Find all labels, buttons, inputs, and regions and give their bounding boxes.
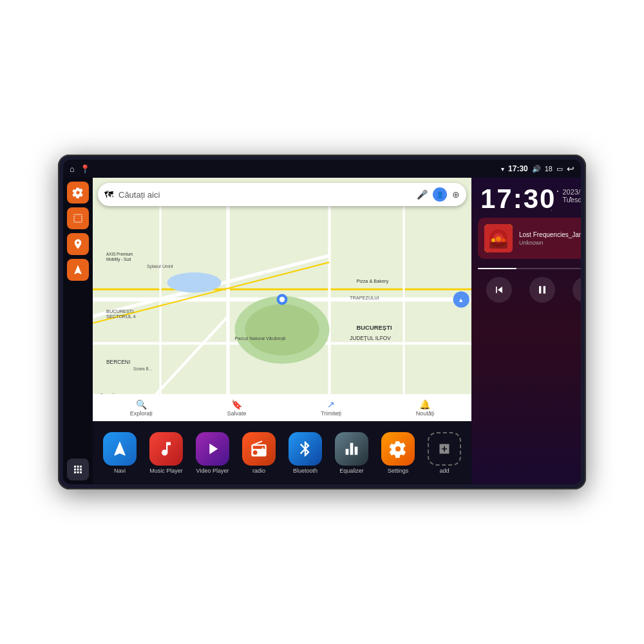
clock-time: 17:30 — [480, 185, 556, 213]
share-label: Trimiteți — [321, 410, 341, 417]
svg-text:AXIS Premium: AXIS Premium — [106, 252, 133, 256]
status-left: ⌂ 📍 — [70, 164, 90, 174]
google-maps-icon: 🗺 — [104, 189, 113, 200]
svg-text:Pizza & Bakery: Pizza & Bakery — [357, 278, 389, 284]
video-label: Video Player — [196, 468, 229, 474]
share-icon: ↗ — [327, 399, 335, 410]
clock-date-year: 2023/12/12 — [562, 188, 581, 196]
mic-icon[interactable]: 🎤 — [417, 189, 428, 200]
status-time: 17:30 — [508, 164, 528, 173]
prev-btn[interactable] — [486, 277, 512, 303]
music-title: Lost Frequencies_Janie... — [519, 231, 581, 238]
app-equalizer[interactable]: Equalizer — [331, 432, 372, 474]
app-bluetooth[interactable]: Bluetooth — [285, 432, 326, 474]
sidebar-btn-settings[interactable] — [67, 182, 89, 204]
music-progress-fill — [478, 268, 516, 269]
app-add[interactable]: add — [424, 432, 465, 474]
layers-icon[interactable]: ⊕ — [452, 189, 460, 200]
svg-text:BUCUREȘTI: BUCUREȘTI — [357, 324, 392, 331]
status-right: ▾ 17:30 🔊 18 ▭ ↩ — [501, 164, 574, 174]
map-search-bar[interactable]: 🗺 Căutați aici 🎤 👤 ⊕ — [98, 183, 466, 206]
svg-text:Splaiul Unirii: Splaiul Unirii — [147, 263, 173, 269]
explore-icon: 🔍 — [136, 399, 147, 410]
app-grid: Navi Music Player Video Player — [93, 421, 471, 484]
svg-point-30 — [279, 297, 285, 302]
map-saved-btn[interactable]: 🔖 Salvate — [227, 399, 247, 417]
map-area[interactable]: Parcul Natural Văcărești AXIS Premium Mo… — [93, 178, 471, 421]
sidebar-btn-apps[interactable] — [67, 459, 89, 480]
status-bar: ⌂ 📍 ▾ 17:30 🔊 18 ▭ ↩ — [63, 160, 581, 178]
svg-text:SECTORUL 4: SECTORUL 4 — [106, 314, 136, 319]
clock-section: 17:30 2023/12/12 Tuesday — [471, 178, 581, 218]
radio-label: radio — [252, 468, 265, 474]
bluetooth-label: Bluetooth — [293, 468, 317, 474]
maps-status-icon[interactable]: 📍 — [80, 164, 90, 174]
app-video-player[interactable]: Video Player — [192, 432, 233, 474]
music-label: Music Player — [149, 468, 183, 474]
map-explore-btn[interactable]: 🔍 Explorați — [130, 399, 153, 417]
clock-date: 2023/12/12 Tuesday — [562, 185, 581, 204]
explore-label: Explorați — [130, 410, 153, 417]
app-navi[interactable]: Navi — [99, 432, 140, 474]
map-search-placeholder[interactable]: Căutați aici — [118, 190, 412, 200]
sidebar-btn-files[interactable] — [67, 207, 89, 229]
music-info: Lost Frequencies_Janie... Unknown — [519, 231, 581, 246]
music-controls — [478, 272, 581, 308]
center-content: Parcul Natural Văcărești AXIS Premium Mo… — [93, 178, 471, 484]
bluetooth-icon — [289, 432, 322, 466]
navi-icon — [103, 432, 137, 466]
svg-text:▲: ▲ — [458, 296, 464, 303]
svg-rect-34 — [489, 242, 507, 249]
map-news-btn[interactable]: 🔔 Noutăți — [416, 399, 435, 417]
svg-point-35 — [491, 238, 495, 242]
add-icon — [428, 432, 461, 466]
right-panel: 17:30 2023/12/12 Tuesday — [471, 178, 581, 484]
left-sidebar — [63, 178, 93, 484]
settings-label: Settings — [388, 468, 409, 474]
video-icon — [196, 432, 229, 466]
home-icon[interactable]: ⌂ — [70, 164, 75, 174]
settings-icon — [381, 432, 415, 466]
now-playing: Lost Frequencies_Janie... Unknown — [478, 218, 581, 259]
pause-btn[interactable] — [529, 277, 555, 303]
car-display-device: ⌂ 📍 ▾ 17:30 🔊 18 ▭ ↩ — [58, 155, 586, 489]
saved-label: Salvate — [227, 410, 247, 417]
svg-text:Parcul Natural Văcărești: Parcul Natural Văcărești — [235, 336, 286, 341]
svg-text:Sosea B...: Sosea B... — [133, 366, 152, 371]
screen: ⌂ 📍 ▾ 17:30 🔊 18 ▭ ↩ — [63, 160, 581, 484]
volume-icon: 🔊 — [532, 165, 541, 173]
back-icon[interactable]: ↩ — [567, 164, 574, 174]
news-label: Noutăți — [416, 410, 435, 417]
svg-point-13 — [167, 272, 222, 293]
radio-icon — [242, 432, 276, 466]
add-label: add — [439, 468, 449, 474]
svg-point-12 — [245, 304, 319, 355]
battery-level: 18 — [545, 165, 553, 173]
user-avatar[interactable]: 👤 — [433, 187, 447, 202]
svg-text:BERCENI: BERCENI — [106, 359, 130, 365]
saved-icon: 🔖 — [231, 399, 242, 410]
next-btn[interactable] — [573, 277, 581, 303]
music-section: Lost Frequencies_Janie... Unknown — [471, 218, 581, 484]
news-icon: 🔔 — [419, 399, 430, 410]
equalizer-icon — [335, 432, 368, 466]
music-progress-bar[interactable] — [478, 268, 581, 269]
svg-point-37 — [502, 238, 506, 242]
app-settings[interactable]: Settings — [377, 432, 419, 474]
clock-date-day: Tuesday — [562, 196, 581, 204]
svg-point-36 — [496, 236, 501, 242]
sidebar-btn-maps[interactable] — [67, 233, 89, 255]
app-music-player[interactable]: Music Player — [146, 432, 187, 474]
svg-text:JUDEȚUL ILFOV: JUDEȚUL ILFOV — [350, 335, 391, 341]
map-bottom-nav: 🔍 Explorați 🔖 Salvate ↗ Trimiteți 🔔 — [93, 394, 471, 421]
equalizer-label: Equalizer — [339, 468, 364, 474]
sidebar-btn-nav[interactable] — [67, 259, 89, 281]
battery-icon: ▭ — [556, 165, 563, 173]
wifi-icon: ▾ — [501, 166, 504, 173]
navi-label: Navi — [114, 468, 126, 474]
main-area: Parcul Natural Văcărești AXIS Premium Mo… — [63, 178, 581, 484]
app-radio[interactable]: radio — [238, 432, 279, 474]
svg-text:Mobility - Sud: Mobility - Sud — [106, 257, 131, 262]
album-art — [484, 224, 513, 252]
map-share-btn[interactable]: ↗ Trimiteți — [321, 399, 341, 417]
